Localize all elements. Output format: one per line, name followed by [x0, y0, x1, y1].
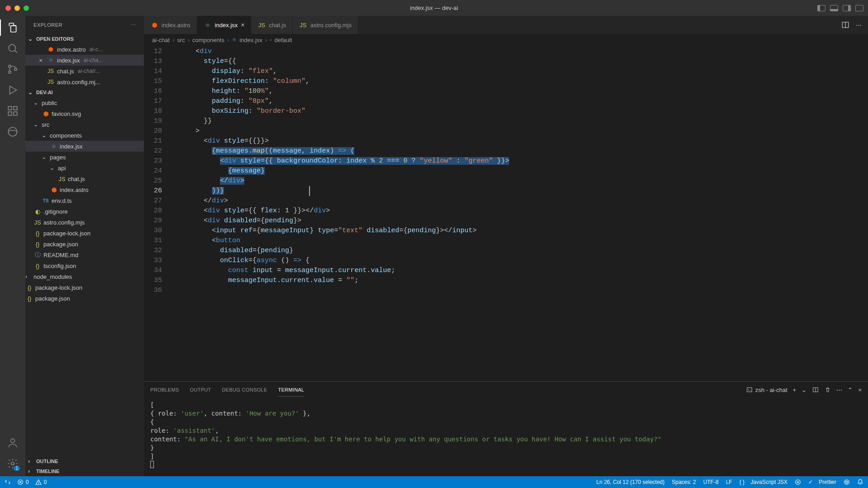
- search-icon[interactable]: [6, 42, 19, 55]
- open-editor-item[interactable]: JS chat.js ai-chat/...: [25, 66, 144, 77]
- file-item[interactable]: {}package-lock.json: [25, 228, 144, 239]
- timeline-header[interactable]: ›TIMELINE: [25, 466, 144, 476]
- maximize-window[interactable]: [24, 5, 29, 11]
- notifications-bell-icon[interactable]: [857, 479, 863, 485]
- breadcrumb-segment[interactable]: ai-chat: [152, 37, 170, 43]
- open-editors-header[interactable]: ⌄OPEN EDITORS: [25, 34, 144, 44]
- tree-label: tsconfig.json: [43, 263, 76, 269]
- sidebar-more-icon[interactable]: ⋯: [131, 22, 136, 28]
- file-item[interactable]: TSenv.d.ts: [25, 195, 144, 206]
- editor-tab[interactable]: JS chat.js: [251, 16, 293, 34]
- minimize-window[interactable]: [14, 5, 20, 11]
- folder-item[interactable]: ⌄public: [25, 97, 144, 108]
- run-debug-icon[interactable]: [6, 84, 19, 96]
- breadcrumb[interactable]: ai-chat›src›components›⚛index.jsx›▫defau…: [144, 34, 868, 46]
- file-item[interactable]: ⬢index.astro: [25, 184, 144, 195]
- close-panel-icon[interactable]: ×: [858, 387, 862, 393]
- close-icon[interactable]: ×: [37, 57, 44, 64]
- file-item[interactable]: {}package.json: [25, 239, 144, 249]
- close-window[interactable]: [5, 5, 11, 11]
- extensions-icon[interactable]: [6, 105, 19, 117]
- file-item[interactable]: {}package.json: [25, 293, 144, 304]
- panel-tabs: PROBLEMSOUTPUTDEBUG CONSOLETERMINAL zsh …: [144, 382, 868, 398]
- folder-item[interactable]: ⌄api: [25, 163, 144, 173]
- remote-indicator[interactable]: [5, 479, 11, 485]
- terminal-profile[interactable]: zsh - ai-chat: [746, 387, 787, 393]
- tree-label: env.d.ts: [52, 197, 72, 204]
- terminal-more-icon[interactable]: ⋯: [836, 387, 842, 393]
- breadcrumb-segment[interactable]: components: [192, 37, 224, 43]
- open-editor-item[interactable]: JS astro.config.mj...: [25, 77, 144, 87]
- svg-rect-15: [747, 388, 752, 392]
- project-header[interactable]: ⌄DEV-AI: [25, 87, 144, 97]
- new-terminal-icon[interactable]: +: [793, 387, 796, 393]
- explorer-icon[interactable]: [6, 21, 19, 34]
- file-item[interactable]: ◐.gitignore: [25, 206, 144, 217]
- breadcrumb-segment[interactable]: index.jsx: [239, 37, 262, 43]
- file-item[interactable]: ⬢favicon.svg: [25, 108, 144, 119]
- open-editor-item[interactable]: ⬢ index.astro ai-c...: [25, 44, 144, 55]
- editor-tab[interactable]: JS astro.config.mjs: [293, 16, 358, 34]
- bottom-panel: PROBLEMSOUTPUTDEBUG CONSOLETERMINAL zsh …: [144, 381, 868, 476]
- svg-marker-5: [10, 86, 17, 94]
- eol[interactable]: LF: [726, 479, 732, 485]
- outline-header[interactable]: ›OUTLINE: [25, 456, 144, 466]
- file-item[interactable]: ⓘREADME.md: [25, 249, 144, 260]
- more-actions-icon[interactable]: ⋯: [856, 22, 862, 29]
- prettier-status[interactable]: ✓ Prettier: [808, 479, 836, 485]
- panel-tab-output[interactable]: OUTPUT: [190, 383, 211, 396]
- toggle-sidebar-icon[interactable]: [817, 5, 825, 11]
- close-tab-icon[interactable]: ×: [241, 21, 244, 29]
- svg-rect-8: [14, 112, 17, 115]
- folder-item[interactable]: ⌄src: [25, 119, 144, 130]
- edge-devtools-icon[interactable]: [6, 125, 19, 138]
- line-gutter: 1213141516171819202122232425262728293031…: [144, 46, 171, 381]
- folder-item[interactable]: ⌄components: [25, 130, 144, 141]
- panel-tab-problems[interactable]: PROBLEMS: [150, 383, 179, 396]
- file-item[interactable]: {}package-lock.json: [25, 282, 144, 293]
- folder-item[interactable]: ›node_modules: [25, 271, 144, 282]
- split-editor-icon[interactable]: [841, 21, 849, 29]
- language-mode[interactable]: { } JavaScript JSX: [739, 479, 787, 485]
- file-item[interactable]: ⚛index.jsx: [25, 141, 144, 152]
- chevron-icon: ›: [25, 273, 32, 280]
- file-item[interactable]: JSchat.js: [25, 173, 144, 184]
- kill-terminal-icon[interactable]: [825, 387, 831, 393]
- source-control-icon[interactable]: [6, 63, 19, 76]
- indentation[interactable]: Spaces: 2: [672, 479, 696, 485]
- feedback-icon[interactable]: [844, 479, 850, 485]
- toggle-panel-icon[interactable]: [830, 5, 838, 11]
- json-icon: {}: [25, 284, 33, 291]
- settings-gear-icon[interactable]: 1: [6, 457, 19, 470]
- panel-tab-terminal[interactable]: TERMINAL: [278, 383, 304, 397]
- accounts-icon[interactable]: [6, 436, 19, 449]
- tree-label: favicon.svg: [52, 110, 81, 117]
- file-item[interactable]: {}tsconfig.json: [25, 260, 144, 271]
- toggle-secondary-sidebar-icon[interactable]: [843, 5, 851, 11]
- tree-label: .gitignore: [43, 208, 67, 215]
- maximize-panel-icon[interactable]: ⌃: [848, 387, 853, 393]
- customize-layout-icon[interactable]: [855, 5, 863, 11]
- editor-tab[interactable]: ⬢ index.astro: [144, 16, 197, 34]
- terminal-dropdown-icon[interactable]: ⌄: [801, 387, 806, 393]
- encoding[interactable]: UTF-8: [703, 479, 719, 485]
- panel-tab-debug-console[interactable]: DEBUG CONSOLE: [222, 383, 267, 396]
- errors-count[interactable]: 0: [17, 479, 29, 485]
- warnings-count[interactable]: 0: [35, 479, 47, 485]
- open-editor-item[interactable]: × ⚛ index.jsx ai-cha...: [25, 55, 144, 66]
- folder-item[interactable]: ⌄pages: [25, 152, 144, 163]
- tree-label: public: [42, 100, 57, 106]
- breadcrumb-segment[interactable]: default: [274, 37, 292, 43]
- terminal-body[interactable]: [ { role: 'user', content: 'How are you?…: [144, 398, 868, 476]
- code-content[interactable]: <div style={{ display: "flex", flexDirec…: [171, 46, 868, 381]
- breadcrumb-segment[interactable]: src: [177, 37, 185, 43]
- live-share-icon[interactable]: [795, 479, 801, 485]
- astro-icon: ⬢: [47, 46, 54, 53]
- editor-tab[interactable]: ⚛ index.jsx ×: [197, 16, 252, 34]
- file-item[interactable]: JSastro.config.mjs: [25, 217, 144, 228]
- tree-label: index.astro: [60, 187, 89, 193]
- cursor-position[interactable]: Ln 26, Col 12 (170 selected): [596, 479, 665, 485]
- window-title: index.jsx — dev-ai: [410, 5, 458, 11]
- code-editor[interactable]: 1213141516171819202122232425262728293031…: [144, 46, 868, 381]
- split-terminal-icon[interactable]: [812, 387, 819, 393]
